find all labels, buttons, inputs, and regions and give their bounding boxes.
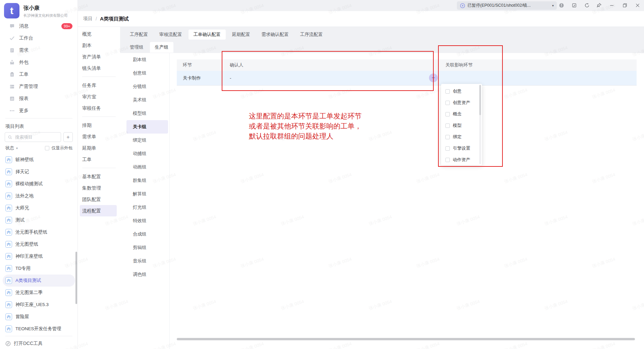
nav-item[interactable]: 产需管理 [0, 81, 78, 93]
project-item[interactable]: 内 沧元图手机壁纸 [3, 226, 75, 238]
project-item[interactable]: 内 神印王座_UE5.3 [3, 299, 75, 311]
minimize-icon[interactable] [609, 3, 614, 8]
nav-item[interactable]: 工单 [0, 68, 78, 81]
group-item[interactable]: 灯光组 [126, 201, 168, 214]
project-item[interactable]: 内 冒险屋 [3, 311, 75, 323]
option-checkbox[interactable] [445, 146, 450, 151]
prodmgmt-icon [9, 84, 15, 89]
project-item[interactable]: 内 大师兄 [3, 202, 75, 214]
project-list-scrollbar[interactable] [75, 252, 77, 304]
nav-item[interactable]: 工作台 [0, 32, 78, 44]
option-checkbox[interactable] [445, 101, 450, 105]
table-row[interactable]: 关卡制作 - [177, 71, 637, 86]
project-menu-item[interactable]: 镜头清单 [80, 62, 117, 74]
project-menu-item[interactable]: 流程配置 [80, 205, 117, 216]
add-confirmer-button[interactable]: + [429, 73, 438, 82]
project-item[interactable]: 内 A类项目测试 [3, 275, 75, 287]
option-checkbox[interactable] [445, 135, 450, 139]
option-checkbox[interactable] [445, 158, 450, 162]
divider [82, 168, 116, 168]
feedback-icon[interactable] [572, 3, 577, 8]
project-item[interactable]: 内 法外之地 [3, 190, 75, 202]
dropdown-option[interactable]: 模型 [441, 120, 482, 131]
project-menu-item[interactable]: 审片室 [80, 91, 117, 102]
nav-item[interactable]: 消息 99+ [0, 20, 78, 32]
project-item[interactable]: 内 神印王座壁纸 [3, 250, 75, 262]
column-header-stage: 环节 [177, 62, 226, 68]
dropdown-option[interactable]: 引擎设置 [441, 143, 482, 154]
group-type-tab[interactable]: 管理组 [125, 42, 149, 53]
project-menu-item[interactable]: 团队配置 [80, 194, 117, 205]
nav-item[interactable]: 外包 [0, 56, 78, 68]
group-item[interactable]: 剪辑组 [126, 241, 168, 254]
group-type-tab[interactable]: 生产组 [150, 42, 174, 53]
project-menu-item[interactable]: 资产清单 [80, 51, 117, 62]
group-item[interactable]: 剧本组 [126, 53, 168, 66]
dropdown-option[interactable]: 创意资产 [441, 97, 482, 108]
project-menu-item[interactable]: 需求单 [80, 131, 117, 142]
option-checkbox[interactable] [445, 89, 450, 94]
group-item[interactable]: 调色组 [126, 268, 168, 281]
group-item[interactable]: 特效组 [126, 214, 168, 228]
dropdown-option[interactable]: 创意 [441, 86, 482, 97]
project-item[interactable]: 内 沧元图壁纸 [3, 238, 75, 250]
project-item[interactable]: 内 裸模动捕测试 [3, 178, 75, 190]
project-menu-item[interactable]: 排期 [80, 119, 117, 131]
option-checkbox[interactable] [445, 112, 450, 116]
nav-item[interactable]: 需求 [0, 44, 78, 56]
project-menu-item[interactable]: 审核任务 [80, 102, 117, 114]
maximize-icon[interactable] [622, 3, 628, 8]
project-item[interactable]: 内 TEONES开发任务管理 [3, 323, 75, 335]
breadcrumb-root[interactable]: 项目 [83, 16, 93, 22]
nav-item[interactable]: 报表 [0, 93, 78, 105]
group-item[interactable]: 绑定组 [126, 134, 168, 147]
project-menu-item[interactable]: 基本配置 [80, 171, 117, 182]
option-checkbox[interactable] [445, 123, 450, 128]
group-item[interactable]: 动画组 [126, 160, 168, 174]
project-item[interactable]: 内 沧元图第二季 [3, 287, 75, 299]
group-item[interactable]: 解算组 [126, 187, 168, 201]
dropdown-option[interactable]: 绑定 [441, 131, 482, 143]
search-input[interactable] [14, 134, 58, 140]
project-menu-item[interactable]: 概览 [80, 28, 117, 40]
status-filter[interactable]: 状态 [5, 145, 14, 151]
config-tab[interactable]: 需求确认配置 [257, 30, 294, 40]
config-tab[interactable]: 工单确认配置 [189, 30, 226, 40]
group-item[interactable]: 创意组 [126, 66, 168, 80]
group-item[interactable]: 音乐组 [126, 254, 168, 268]
close-icon[interactable] [635, 3, 640, 8]
config-tab[interactable]: 审核流配置 [154, 30, 187, 40]
group-item[interactable]: 模型组 [126, 107, 168, 120]
playback-status-pill[interactable]: 已暂停(EP001/SC01/shot002/镜... ▾ [457, 1, 557, 10]
project-item[interactable]: 内 斩神壁纸 [3, 154, 75, 166]
project-menu-item[interactable]: 剧本 [80, 40, 117, 51]
group-item[interactable]: 分镜组 [126, 80, 168, 93]
group-item[interactable]: 美术组 [126, 93, 168, 107]
app-logo[interactable]: t [4, 3, 19, 18]
group-item[interactable]: 群集组 [126, 174, 168, 187]
project-item[interactable]: 内 测试 [3, 214, 75, 226]
config-tab[interactable]: 延期配置 [227, 30, 255, 40]
dropdown-option[interactable]: 概念 [441, 108, 482, 120]
config-tab[interactable]: 工序流配置 [295, 30, 328, 40]
group-item[interactable]: 合成组 [126, 228, 168, 241]
refresh-icon[interactable] [584, 3, 590, 8]
nav-item[interactable]: 更多 [0, 105, 78, 117]
project-item[interactable]: 内 择天记 [3, 166, 75, 178]
only-outsource-checkbox[interactable] [45, 146, 49, 150]
project-item[interactable]: 内 TD专用 [3, 262, 75, 275]
group-item[interactable]: 关卡组 [126, 120, 168, 134]
pin-icon[interactable] [596, 3, 602, 8]
add-project-button[interactable]: + [63, 132, 73, 142]
project-menu-item[interactable]: 集数管理 [80, 182, 117, 194]
dropdown-scrollbar[interactable] [479, 85, 481, 115]
horizontal-scrollbar[interactable] [177, 338, 635, 340]
project-menu-item[interactable]: 延期单 [80, 142, 117, 154]
open-dcc-tool-button[interactable]: 打开DCC工具 [5, 339, 43, 348]
info-icon[interactable] [559, 3, 564, 8]
project-menu-item[interactable]: 任务库 [80, 80, 117, 91]
config-tab[interactable]: 工序配置 [125, 30, 153, 40]
group-item[interactable]: 动捕组 [126, 147, 168, 160]
project-menu-item[interactable]: 工单 [80, 154, 117, 165]
dropdown-option[interactable]: 动作资产 [441, 154, 482, 165]
